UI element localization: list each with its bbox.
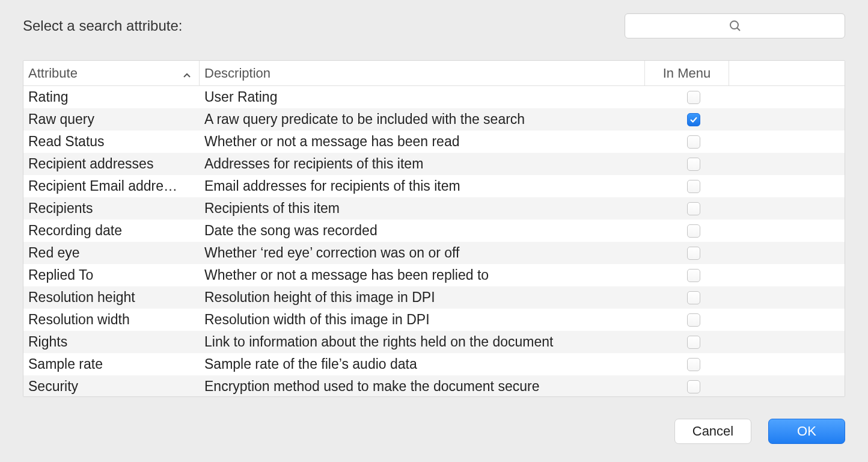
description-cell: Link to information about the rights hel… [200,334,645,350]
in-menu-checkbox[interactable] [687,135,700,149]
table-row[interactable]: RecipientsRecipients of this item [23,197,845,220]
svg-point-0 [730,21,738,29]
in-menu-cell [645,247,845,260]
in-menu-checkbox[interactable] [687,380,700,393]
attribute-cell: Read Status [23,134,200,150]
description-cell: Email addresses for recipients of this i… [200,178,645,194]
in-menu-cell [645,358,845,371]
table-row[interactable]: Recipient addressesAddresses for recipie… [23,153,845,175]
column-header-in-menu[interactable]: In Menu [645,61,729,85]
description-cell: Resolution height of this image in DPI [200,289,645,306]
button-label: Cancel [692,424,733,439]
in-menu-checkbox[interactable] [687,336,700,349]
header: Select a search attribute: [23,11,845,41]
in-menu-checkbox[interactable] [687,358,700,371]
in-menu-cell [645,224,845,238]
attribute-cell: Security [23,378,200,395]
prompt-label: Select a search attribute: [23,17,182,34]
search-icon [728,19,742,33]
in-menu-cell [645,158,845,171]
attribute-cell: Resolution width [23,312,200,328]
column-header-label: Attribute [28,66,78,81]
table-row[interactable]: SecurityEncryption method used to make t… [23,375,845,396]
in-menu-cell [645,269,845,282]
button-label: OK [797,424,816,439]
in-menu-checkbox[interactable] [687,269,700,282]
in-menu-cell [645,380,845,393]
attribute-cell: Raw query [23,111,200,128]
in-menu-checkbox[interactable] [687,313,700,327]
table-row[interactable]: Recording dateDate the song was recorded [23,220,845,242]
attribute-cell: Recipients [23,200,200,217]
description-cell: Encryption method used to make the docum… [200,378,645,395]
table-row[interactable]: Resolution heightResolution height of th… [23,286,845,309]
table-row[interactable]: Sample rateSample rate of the file’s aud… [23,353,845,375]
cancel-button[interactable]: Cancel [674,419,751,444]
description-cell: Addresses for recipients of this item [200,156,645,172]
description-cell: Whether or not a message has been read [200,134,645,150]
description-cell: A raw query predicate to be included wit… [200,111,645,128]
table-row[interactable]: Red eyeWhether ‘red eye’ correction was … [23,242,845,264]
table-row[interactable]: RightsLink to information about the righ… [23,331,845,353]
column-header-label: In Menu [663,66,711,81]
attribute-cell: Recipient addresses [23,156,200,172]
in-menu-checkbox[interactable] [687,224,700,238]
column-header-description[interactable]: Description [200,61,645,85]
description-cell: Whether ‘red eye’ correction was on or o… [200,245,645,261]
in-menu-checkbox[interactable] [687,291,700,304]
attribute-picker-dialog: Select a search attribute: Attribute [0,0,868,462]
in-menu-cell [645,291,845,304]
table-row[interactable]: RatingUser Rating [23,86,845,108]
attribute-table: Attribute Description In Menu RatingUser… [23,60,845,397]
search-field[interactable] [625,13,845,38]
ok-button[interactable]: OK [768,419,845,444]
description-cell: Date the song was recorded [200,223,645,239]
table-body[interactable]: RatingUser RatingRaw queryA raw query pr… [23,86,845,396]
table-row[interactable]: Resolution widthResolution width of this… [23,309,845,331]
description-cell: Recipients of this item [200,200,645,217]
in-menu-checkbox[interactable] [687,113,700,126]
attribute-cell: Rights [23,334,200,350]
attribute-cell: Sample rate [23,356,200,372]
attribute-cell: Red eye [23,245,200,261]
svg-line-1 [737,28,740,31]
sort-ascending-icon [182,69,192,78]
attribute-cell: Recording date [23,223,200,239]
dialog-footer: Cancel OK [674,419,845,444]
table-header: Attribute Description In Menu [23,61,845,86]
description-cell: Resolution width of this image in DPI [200,312,645,328]
in-menu-checkbox[interactable] [687,180,700,193]
in-menu-checkbox[interactable] [687,202,700,215]
attribute-cell: Replied To [23,267,200,283]
in-menu-cell [645,313,845,327]
attribute-cell: Rating [23,89,200,105]
in-menu-cell [645,135,845,149]
column-header-spacer [729,61,845,85]
description-cell: Whether or not a message has been replie… [200,267,645,283]
in-menu-cell [645,336,845,349]
in-menu-cell [645,91,845,104]
description-cell: Sample rate of the file’s audio data [200,356,645,372]
in-menu-checkbox[interactable] [687,247,700,260]
description-cell: User Rating [200,89,645,105]
attribute-cell: Resolution height [23,289,200,306]
in-menu-checkbox[interactable] [687,91,700,104]
in-menu-cell [645,113,845,126]
table-row[interactable]: Read StatusWhether or not a message has … [23,131,845,153]
table-row[interactable]: Raw queryA raw query predicate to be inc… [23,108,845,131]
table-row[interactable]: Replied ToWhether or not a message has b… [23,264,845,286]
in-menu-cell [645,180,845,193]
in-menu-checkbox[interactable] [687,158,700,171]
attribute-cell: Recipient Email addre… [23,178,200,194]
column-header-label: Description [204,66,270,81]
in-menu-cell [645,202,845,215]
table-row[interactable]: Recipient Email addre…Email addresses fo… [23,175,845,197]
column-header-attribute[interactable]: Attribute [23,61,200,85]
